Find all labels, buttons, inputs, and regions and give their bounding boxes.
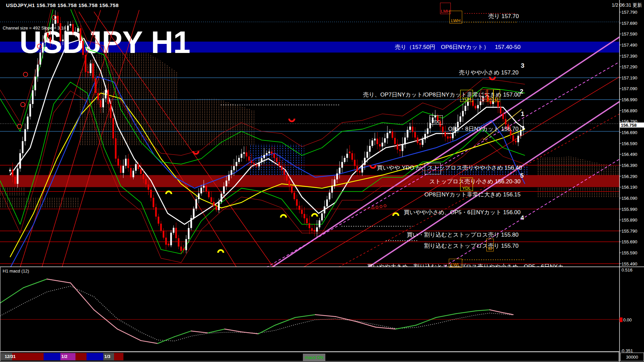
marker-box-M: M xyxy=(481,89,487,102)
order-annotation-6: ストップロス売り小さめ 156.20-30 xyxy=(429,178,521,185)
macd-main-line xyxy=(23,279,47,288)
macd-main-line xyxy=(295,315,315,318)
marker-box-ydo xyxy=(425,163,441,174)
wave-count-2: 2 xyxy=(520,88,524,95)
price-axis-label: 157.290 xyxy=(622,64,637,69)
wave-count-4: 4 xyxy=(521,214,524,222)
macd-main-line xyxy=(476,310,490,311)
macd-main-line xyxy=(490,310,503,313)
price-axis-label: 157.190 xyxy=(622,75,637,80)
marker-box-YDL: YDL xyxy=(460,178,473,191)
macd-main-line xyxy=(0,288,23,303)
marker-box-W: W xyxy=(486,239,494,251)
macd-main-line xyxy=(141,341,158,344)
macd-zero-label: 0.00 xyxy=(623,317,632,322)
order-annotation-9: 買い・割り込むとストップロス売り 155.80 xyxy=(407,231,519,239)
order-annotation-0: 売り 157.70 xyxy=(488,12,519,20)
timeline-segment-4 xyxy=(75,353,87,360)
price-axis-label: 156.490 xyxy=(622,152,637,157)
macd-main-line xyxy=(315,315,335,317)
price-axis-label: 155.790 xyxy=(622,228,637,233)
price-axis-label: 156.390 xyxy=(622,163,637,168)
order-annotation-11: 買いやや大きめ 割り込むとストップロス売りやや小さめ OP5・6日NYカ xyxy=(367,263,564,267)
timeline-segment-5 xyxy=(87,353,103,360)
macd-main-line xyxy=(416,317,436,325)
price-axis-label: 155.690 xyxy=(622,239,637,244)
macd-main-line xyxy=(258,325,275,334)
macd-main-line xyxy=(158,337,174,344)
timeline-date-1-2: 1/2 xyxy=(61,354,67,359)
price-axis-label: 157.790 xyxy=(622,10,637,15)
macd-indicator-label: H1 macd (12) xyxy=(3,268,29,274)
price-axis-label: 156.190 xyxy=(622,185,637,190)
price-axis-label: 157.490 xyxy=(622,42,637,47)
macd-main-line xyxy=(456,311,476,314)
price-axis-label: 157.690 xyxy=(622,20,637,25)
order-annotation-1: 売り（157.50円 OP6日NYカット） 157.40-50 xyxy=(395,43,521,51)
bottom-clip-region: 買いやや大きめ 割り込むとストップロス売りやや小さめ OP5・6日NYカ xyxy=(0,0,620,267)
marker-box-W: W xyxy=(487,89,494,102)
current-price-tag: 156.758 xyxy=(620,123,644,128)
price-axis-label: 155.890 xyxy=(622,218,637,223)
wave-count-5: 5 xyxy=(520,172,524,179)
order-annotation-2: 売りやや小さめ 157.20 xyxy=(459,69,519,76)
order-annotation-10: 割り込むとストップロス売り 155.70 xyxy=(424,242,519,250)
marker-box-LWH: LWH xyxy=(449,11,462,23)
macd-main-line xyxy=(191,331,208,333)
marker-box-YDH: YDH xyxy=(460,90,473,102)
macd-main-line xyxy=(117,329,141,341)
order-annotation-5: 買いやや YDO か、ストップロス売りやや小さめ 156.40 xyxy=(377,164,522,172)
macd-main-line xyxy=(436,314,456,317)
macd-panel xyxy=(0,279,620,343)
price-axis-label: 156.990 xyxy=(622,97,637,102)
order-annotation-7: OP8日NYカット非常に大きめ 156.15 xyxy=(424,191,521,198)
volume-readout: 30000 xyxy=(620,353,644,361)
macd-main-line xyxy=(335,316,356,321)
trading-chart-window: USDJPY,H1 156.758 156.758 156.758 156.75… xyxy=(0,0,644,362)
timeline-segment-1 xyxy=(12,353,44,360)
timeline-segment-2 xyxy=(44,353,60,360)
price-axis-label: 156.690 xyxy=(622,130,637,135)
timeline-date-12-31: 12/31 xyxy=(5,354,16,359)
macd-signal-line xyxy=(0,286,513,341)
macd-main-line xyxy=(225,329,241,332)
macd-main-line xyxy=(275,317,295,325)
price-axis-label: 156.090 xyxy=(622,195,637,200)
wave-count-1: 1 xyxy=(521,110,525,118)
price-axis-label: 157.090 xyxy=(622,86,637,91)
macd-main-line xyxy=(70,283,94,310)
macd-max-label: 0.516 xyxy=(622,267,633,273)
macd-zero-tag xyxy=(620,317,623,322)
price-axis-label: 156.890 xyxy=(622,108,637,113)
wave-count-3: 3 xyxy=(521,62,525,69)
price-axis-label: 157.390 xyxy=(622,53,637,58)
marker-box-YDC: YDC xyxy=(429,115,443,125)
macd-main-line xyxy=(174,331,191,337)
macd-on-button[interactable]: macd ON xyxy=(303,354,325,361)
price-axis-label: 157.590 xyxy=(622,32,637,37)
order-annotation-4: OP5・8日NYカット 156.70 xyxy=(448,125,519,133)
price-axis-label: 155.590 xyxy=(622,250,637,255)
macd-main-line xyxy=(396,325,416,329)
price-axis-label: 155.990 xyxy=(622,206,637,212)
macd-main-line xyxy=(241,332,258,334)
macd-main-line xyxy=(47,279,70,283)
marker-box-D: D xyxy=(493,89,500,102)
price-axis-label: 156.290 xyxy=(622,174,637,179)
marker-box-LWL: LWL xyxy=(449,259,462,267)
timeline-segment-7 xyxy=(114,353,123,360)
order-annotation-8: 買いやや小さめ、OP5・6日NYカット 156.00 xyxy=(404,208,521,216)
timeline-date-1-3: 1/3 xyxy=(104,354,110,359)
price-axis-label: 155.490 xyxy=(622,261,637,266)
price-axis-label: 156.590 xyxy=(622,141,637,146)
